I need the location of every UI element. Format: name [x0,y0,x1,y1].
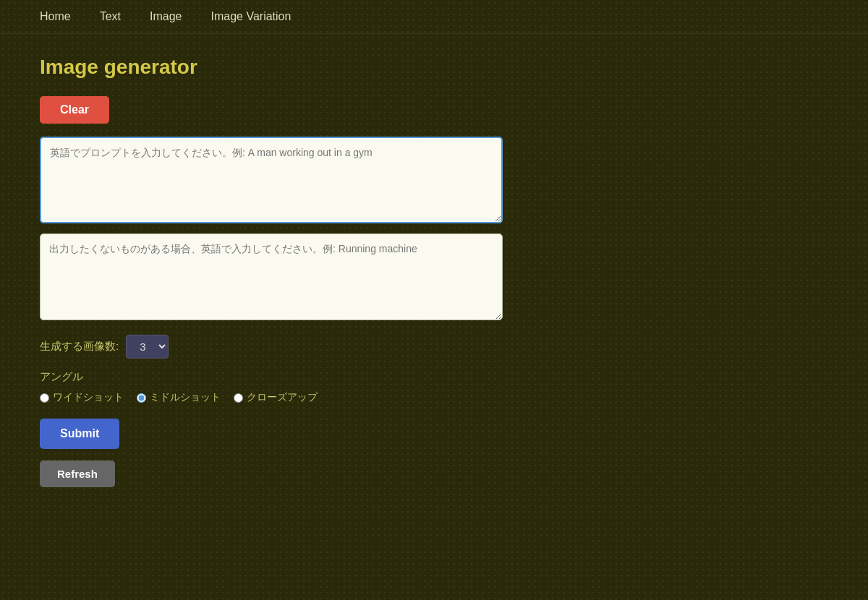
page-title: Image generator [40,56,828,79]
angle-section: アングル ワイドショット ミドルショット クローズアップ [40,370,828,404]
radio-wide-input[interactable] [40,393,49,403]
radio-wide-label: ワイドショット [53,391,124,404]
radio-closeup-label: クローズアップ [247,391,318,404]
navigation: Home Text Image Image Variation [0,0,868,34]
image-count-select[interactable]: 1 2 3 4 5 [126,335,169,359]
refresh-button[interactable]: Refresh [40,460,115,487]
angle-label: アングル [40,370,828,384]
nav-home[interactable]: Home [40,10,71,23]
nav-text[interactable]: Text [100,10,121,23]
radio-group: ワイドショット ミドルショット クローズアップ [40,391,828,404]
radio-middle-input[interactable] [137,393,146,403]
negative-prompt-textarea[interactable] [40,233,503,320]
submit-button[interactable]: Submit [40,419,119,449]
radio-closeup-input[interactable] [234,393,243,403]
image-count-label: 生成する画像数: [40,340,119,353]
radio-middle[interactable]: ミドルショット [137,391,221,404]
radio-middle-label: ミドルショット [150,391,221,404]
radio-closeup[interactable]: クローズアップ [234,391,318,404]
radio-wide[interactable]: ワイドショット [40,391,124,404]
main-content: Image generator Clear 生成する画像数: 1 2 3 4 5… [0,34,868,509]
image-count-row: 生成する画像数: 1 2 3 4 5 [40,335,828,359]
nav-image-variation[interactable]: Image Variation [211,10,292,23]
nav-image[interactable]: Image [150,10,182,23]
prompt-textarea[interactable] [40,137,503,223]
clear-button[interactable]: Clear [40,96,109,124]
